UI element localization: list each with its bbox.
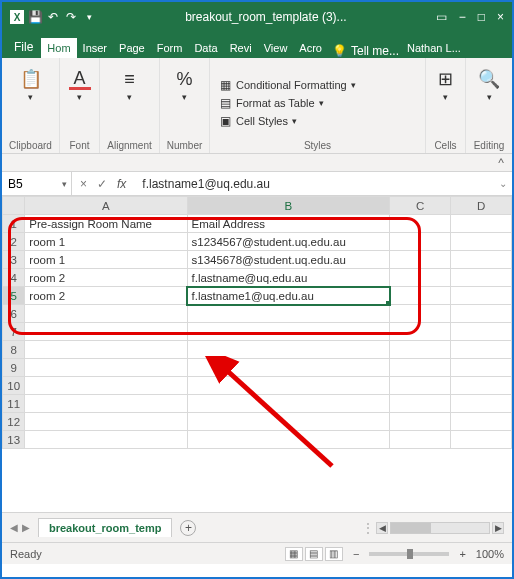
row-header[interactable]: 11: [3, 395, 25, 413]
cell[interactable]: s1345678@student.uq.edu.au: [187, 251, 390, 269]
cell[interactable]: [451, 323, 512, 341]
row-header[interactable]: 8: [3, 341, 25, 359]
cell[interactable]: [451, 377, 512, 395]
tab-home[interactable]: Hom: [41, 38, 76, 58]
cell[interactable]: [451, 233, 512, 251]
cell[interactable]: [25, 431, 187, 449]
maximize-button[interactable]: □: [478, 10, 485, 24]
cell[interactable]: [390, 269, 451, 287]
cell[interactable]: [451, 359, 512, 377]
tab-data[interactable]: Data: [188, 38, 223, 58]
cell[interactable]: [451, 395, 512, 413]
number-button[interactable]: % ▾: [172, 68, 198, 102]
zoom-knob[interactable]: [407, 549, 413, 559]
tab-acrobat[interactable]: Acro: [293, 38, 328, 58]
cell-styles-button[interactable]: ▣ Cell Styles ▾: [218, 113, 297, 129]
cells-button[interactable]: ⊞ ▾: [433, 68, 459, 102]
row-header[interactable]: 3: [3, 251, 25, 269]
cell[interactable]: [390, 215, 451, 233]
col-header-a[interactable]: A: [25, 197, 187, 215]
cell[interactable]: [25, 305, 187, 323]
accept-formula-icon[interactable]: ✓: [97, 177, 107, 191]
cell[interactable]: room 1: [25, 251, 187, 269]
add-sheet-button[interactable]: +: [180, 520, 196, 536]
minimize-button[interactable]: −: [459, 10, 466, 24]
cell[interactable]: [451, 269, 512, 287]
cell[interactable]: [187, 305, 390, 323]
conditional-formatting-button[interactable]: ▦ Conditional Formatting ▾: [218, 77, 356, 93]
alignment-button[interactable]: ≡ ▾: [117, 68, 143, 102]
row-header[interactable]: 6: [3, 305, 25, 323]
cell[interactable]: [390, 431, 451, 449]
name-box-dropdown-icon[interactable]: ▾: [62, 179, 67, 189]
tab-page-layout[interactable]: Page: [113, 38, 151, 58]
ribbon-options-icon[interactable]: ▭: [436, 10, 447, 24]
cell[interactable]: f.lastname@uq.edu.au: [187, 269, 390, 287]
redo-icon[interactable]: ↷: [64, 10, 78, 24]
cell[interactable]: [390, 287, 451, 305]
spreadsheet-grid[interactable]: A B C D 1Pre-assign Room NameEmail Addre…: [2, 196, 512, 449]
sheet-nav[interactable]: ◀▶: [10, 522, 30, 533]
ribbon-collapse[interactable]: ^: [2, 154, 512, 172]
cell[interactable]: [187, 323, 390, 341]
cell[interactable]: [390, 341, 451, 359]
name-box[interactable]: B5 ▾: [2, 172, 72, 195]
scroll-left-icon[interactable]: ◀: [376, 522, 388, 534]
formula-bar-expand-icon[interactable]: ⌄: [494, 178, 512, 189]
tell-me[interactable]: 💡 Tell me...: [328, 44, 403, 58]
page-break-view-icon[interactable]: ▥: [325, 547, 343, 561]
cell[interactable]: Email Address: [187, 215, 390, 233]
view-buttons[interactable]: ▦ ▤ ▥: [285, 547, 343, 561]
cell[interactable]: s1234567@student.uq.edu.au: [187, 233, 390, 251]
cell[interactable]: [390, 305, 451, 323]
fx-icon[interactable]: fx: [117, 177, 126, 191]
undo-icon[interactable]: ↶: [46, 10, 60, 24]
cell[interactable]: [25, 341, 187, 359]
cell[interactable]: [25, 359, 187, 377]
cell[interactable]: [187, 431, 390, 449]
cell[interactable]: room 2: [25, 269, 187, 287]
row-header[interactable]: 7: [3, 323, 25, 341]
row-header[interactable]: 13: [3, 431, 25, 449]
row-header[interactable]: 5: [3, 287, 25, 305]
col-header-c[interactable]: C: [390, 197, 451, 215]
file-menu[interactable]: File: [6, 36, 41, 58]
save-icon[interactable]: 💾: [28, 10, 42, 24]
col-header-b[interactable]: B: [187, 197, 390, 215]
cell[interactable]: [390, 233, 451, 251]
cancel-formula-icon[interactable]: ×: [80, 177, 87, 191]
cell[interactable]: [451, 305, 512, 323]
cell[interactable]: [187, 395, 390, 413]
cell[interactable]: [390, 323, 451, 341]
cell[interactable]: Pre-assign Room Name: [25, 215, 187, 233]
formula-input[interactable]: f.lastname1@uq.edu.au: [134, 177, 494, 191]
cell[interactable]: [451, 215, 512, 233]
account-name[interactable]: Nathan L...: [403, 38, 465, 58]
cell[interactable]: [390, 413, 451, 431]
cell[interactable]: [451, 413, 512, 431]
tab-insert[interactable]: Inser: [77, 38, 113, 58]
cell[interactable]: [390, 359, 451, 377]
row-header[interactable]: 9: [3, 359, 25, 377]
cell[interactable]: f.lastname1@uq.edu.au: [187, 287, 390, 305]
cell[interactable]: [451, 287, 512, 305]
cell[interactable]: [390, 395, 451, 413]
cell[interactable]: room 2: [25, 287, 187, 305]
zoom-out-button[interactable]: −: [353, 548, 359, 560]
tab-formulas[interactable]: Form: [151, 38, 189, 58]
zoom-slider[interactable]: [369, 552, 449, 556]
row-header[interactable]: 10: [3, 377, 25, 395]
cell[interactable]: [25, 323, 187, 341]
cell[interactable]: [25, 413, 187, 431]
cell[interactable]: [451, 431, 512, 449]
cell[interactable]: [390, 251, 451, 269]
row-header[interactable]: 1: [3, 215, 25, 233]
zoom-in-button[interactable]: +: [459, 548, 465, 560]
row-header[interactable]: 4: [3, 269, 25, 287]
cell[interactable]: [187, 377, 390, 395]
cell[interactable]: [25, 395, 187, 413]
font-button[interactable]: A ▾: [67, 68, 93, 102]
cell[interactable]: [451, 251, 512, 269]
qat-dropdown-icon[interactable]: ▾: [82, 10, 96, 24]
tab-review[interactable]: Revi: [224, 38, 258, 58]
